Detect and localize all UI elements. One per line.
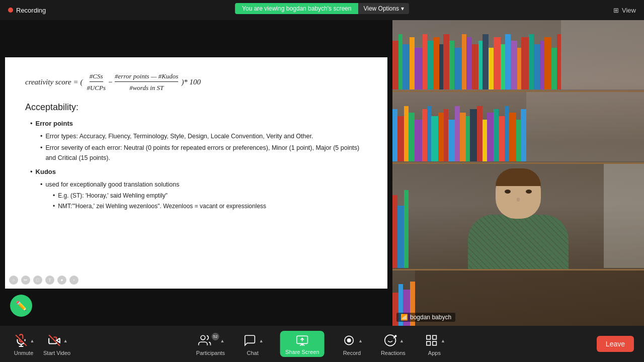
formula-suffix: )* 100 (181, 78, 201, 86)
chat-icon-area: ▲ (242, 332, 264, 348)
record-icon-area: ▲ (341, 332, 363, 348)
bullet-dot-6: • (53, 191, 55, 201)
svg-rect-16 (427, 341, 431, 345)
bullet-error-points: • Error points (30, 119, 367, 129)
slide-area: creativity score = ( #CSs #UCPs − #error… (0, 20, 392, 326)
bullet-text-kudos-desc: used for exceptionally good translation … (45, 179, 179, 190)
recording-dot (8, 8, 13, 13)
participant-video: 📶 bogdan babych (392, 20, 644, 326)
view-label: View (622, 7, 636, 14)
bullet-text-kudos-eg1: E.g. (ST): 'Hooray,' said Wehling emptil… (58, 191, 168, 201)
person-head (496, 168, 541, 219)
reactions-control[interactable]: ▲ Reactions (379, 332, 407, 356)
reactions-icon (382, 332, 398, 348)
slide-container: creativity score = ( #CSs #UCPs − #error… (5, 57, 387, 289)
share-screen-control[interactable]: Share Screen (280, 331, 324, 357)
slide-bullets: • Error points • Error types: Accuracy, … (25, 119, 367, 211)
shelf-row-1 (392, 20, 644, 92)
apps-icon-area: ▲ (424, 332, 445, 348)
toolbar-center: 52 ▲ Participants ▲ Chat (196, 331, 448, 357)
participant-count-badge: 52 (211, 333, 219, 340)
apps-label: Apps (428, 350, 441, 356)
bullet-kudos: • Kudos (30, 167, 367, 177)
fraction-1-numerator: #CSs (90, 72, 103, 82)
participant-name-text: bogdan babych (410, 314, 451, 321)
slide-tool-square[interactable]: □ (33, 276, 42, 285)
unmute-control[interactable]: ▲ Unmute (10, 332, 37, 356)
pencil-icon: ✏️ (16, 300, 27, 311)
unmute-label: Unmute (14, 350, 34, 356)
toolbar-left: ▲ Unmute ▲ Start Video (10, 332, 70, 356)
person-body (468, 215, 569, 270)
apps-control[interactable]: ▲ Apps (421, 332, 448, 356)
svg-point-4 (201, 335, 205, 340)
fraction-2: #error points — #Kudos #words in ST (115, 72, 178, 92)
bullet-text-kudos-eg2: NMT:"'Hoera,' zei Wehling wezenloos". We… (58, 202, 266, 211)
svg-point-9 (348, 338, 351, 342)
person-nose (517, 198, 520, 202)
record-label: Record (343, 350, 361, 356)
slide-tool-close[interactable]: × (69, 276, 78, 285)
bullet-dot-1: • (30, 119, 33, 129)
apps-caret[interactable]: ▲ (441, 338, 445, 343)
view-options-button[interactable]: View Options ▾ (358, 3, 409, 14)
person-eye-left (505, 190, 511, 194)
fraction-1: #CSs #UCPs (87, 72, 106, 92)
slide-tool-text[interactable]: T (45, 276, 54, 285)
video-panel: 📶 bogdan babych (392, 20, 644, 326)
participant-count: 52 (213, 334, 217, 339)
bullet-text-error-types: Error types: Accuracy, Fluency, Terminol… (45, 131, 313, 141)
toolbar-right: Leave (597, 336, 634, 352)
person-container (453, 168, 584, 269)
participants-caret[interactable]: ▲ (220, 338, 224, 343)
unmute-caret[interactable]: ▲ (30, 338, 35, 343)
video-control[interactable]: ▲ Start Video (43, 332, 70, 356)
record-icon (341, 332, 357, 348)
record-control[interactable]: ▲ Record (338, 332, 365, 356)
person-eye-right (526, 190, 532, 194)
bullet-error-types: • Error types: Accuracy, Fluency, Termin… (40, 131, 367, 141)
minus-sign: − (108, 78, 113, 86)
svg-rect-15 (433, 335, 437, 339)
svg-rect-14 (427, 335, 431, 339)
participants-label: Participants (196, 350, 225, 356)
fraction-1-denominator: #UCPs (87, 83, 106, 92)
bullet-dot-3: • (40, 143, 42, 163)
shelf-background (392, 20, 644, 326)
chat-icon (242, 332, 258, 348)
slide-tool-circle[interactable]: ○ (9, 276, 18, 285)
svg-rect-17 (433, 341, 437, 345)
record-caret[interactable]: ▲ (358, 338, 363, 343)
shelf-row-2 (392, 92, 644, 164)
bullet-kudos-eg1: • E.g. (ST): 'Hooray,' said Wehling empt… (53, 191, 367, 201)
chat-control[interactable]: ▲ Chat (239, 332, 266, 356)
video-label: Start Video (43, 350, 70, 356)
fraction-2-numerator: #error points — #Kudos (115, 72, 178, 82)
fraction-2-denominator: #words in ST (129, 83, 164, 92)
reactions-caret[interactable]: ▲ (399, 338, 404, 343)
chat-caret[interactable]: ▲ (259, 338, 264, 343)
unmute-icon-area: ▲ (13, 332, 35, 348)
view-icon: ⊞ (613, 7, 619, 14)
svg-point-10 (385, 335, 396, 346)
shirt-pattern (468, 215, 569, 270)
annotation-tool-button[interactable]: ✏️ (10, 295, 32, 317)
formula-label: creativity score = ( (25, 78, 83, 86)
leave-button[interactable]: Leave (597, 336, 634, 352)
camera-icon (46, 332, 62, 348)
reactions-label: Reactions (381, 350, 406, 356)
view-options-label: View Options (363, 5, 398, 12)
slide-toolbar: ○ ✏ □ T ● × (9, 276, 78, 285)
bullet-text-kudos: Kudos (36, 167, 56, 177)
slide-tool-pencil[interactable]: ✏ (21, 276, 30, 285)
reactions-icon-area: ▲ (382, 332, 404, 348)
video-caret[interactable]: ▲ (63, 338, 68, 343)
top-right-controls: ⊞ View (613, 7, 636, 14)
participants-control[interactable]: 52 ▲ Participants (196, 332, 225, 356)
chevron-down-icon: ▾ (401, 5, 404, 12)
bullet-kudos-eg2: • NMT:"'Hoera,' zei Wehling wezenloos". … (53, 202, 367, 211)
shelf-row-3 (392, 164, 644, 270)
bullet-text-error-severity: Error severity of each error: Neutral (0… (45, 143, 367, 163)
formula-section: creativity score = ( #CSs #UCPs − #error… (25, 72, 367, 92)
slide-tool-dot[interactable]: ● (57, 276, 66, 285)
